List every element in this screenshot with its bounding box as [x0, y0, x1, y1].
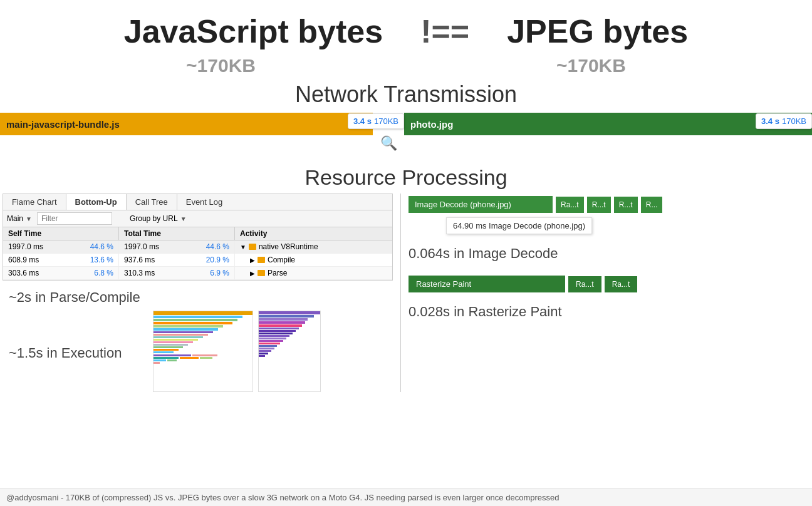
flame-charts [153, 311, 321, 392]
flame-chart-1 [153, 311, 253, 392]
image-decode-label: 0.064s in Image Decode [409, 245, 807, 262]
cell-activity-1: ▼ native V8Runtime [235, 240, 392, 253]
rasterize-paint-label: 0.028s in Rasterize Paint [409, 304, 807, 320]
folder-icon-2 [258, 257, 265, 263]
table-row: 608.9 ms 13.6 % 937.6 ms 20.9 % ▶ Compil… [3, 254, 392, 267]
footer: @addyosmani - 170KB of (compressed) JS v… [0, 488, 812, 506]
cell-total-2: 937.6 ms 20.9 % [119, 254, 235, 266]
expand-icon-1[interactable]: ▼ [240, 244, 246, 250]
folder-icon-1 [249, 244, 256, 250]
image-decode-bars: Image Decode (phone.jpg) Ra...t R...t R.… [409, 196, 807, 213]
parse-compile-label: ~2s in Parse/Compile [9, 289, 393, 306]
decode-bar-sm1: Ra...t [556, 197, 584, 213]
jpg-time: 3.4 s [761, 116, 779, 126]
vertical-divider [400, 194, 401, 392]
col-headers: Self Time Total Time Activity [3, 227, 392, 240]
devtools-toolbar: Main ▼ Group by URL ▼ [3, 210, 392, 227]
jpg-size-badge: 170KB [782, 116, 806, 126]
cell-activity-2: ▶ Compile [235, 254, 392, 266]
main-selector-wrapper: Main ▼ [7, 214, 32, 223]
js-size: ~170KB [186, 55, 256, 76]
rasterize-bar-row: Rasterize Paint Ra...t Ra...t [409, 276, 807, 292]
col-total-header: Total Time [119, 227, 235, 240]
group-by-label: Group by URL [130, 214, 178, 223]
network-label: Network Transmission [0, 81, 812, 108]
decode-tooltip: 64.90 ms Image Decode (phone.jpg) [446, 217, 592, 234]
main-dropdown-icon[interactable]: ▼ [26, 215, 32, 222]
filter-input[interactable] [37, 212, 112, 225]
js-label: JavaScript bytes [124, 13, 383, 50]
cell-self-1: 1997.0 ms 44.6 % [3, 240, 119, 253]
js-bar-label: main-javascript-bundle.js [6, 119, 120, 130]
tab-bottom-up[interactable]: Bottom-Up [66, 194, 127, 210]
decode-bar-main: Image Decode (phone.jpg) [409, 196, 553, 213]
jpg-bar-label: photo.jpg [410, 119, 453, 130]
header-sizes: ~170KB ~170KB [0, 55, 812, 76]
rasterize-bar-main: Rasterize Paint [409, 276, 565, 292]
cell-total-1: 1997.0 ms 44.6 % [119, 240, 235, 253]
header-title: JavaScript bytes !== JPEG bytes [0, 0, 812, 53]
image-decode-bar-row: Image Decode (phone.jpg) Ra...t R...t R.… [409, 196, 807, 213]
tab-flame-chart[interactable]: Flame Chart [3, 194, 66, 210]
right-panel: Image Decode (phone.jpg) Ra...t R...t R.… [403, 194, 812, 392]
js-bar-badge: 3.4 s 170KB [348, 113, 404, 129]
jpg-bar-badge: 3.4 s 170KB [756, 113, 812, 129]
tab-event-log[interactable]: Event Log [177, 194, 232, 210]
js-time: 3.4 s [353, 116, 372, 126]
table-row: 303.6 ms 6.8 % 310.3 ms 6.9 % ▶ Parse [3, 267, 392, 280]
tab-call-tree[interactable]: Call Tree [127, 194, 177, 210]
group-by-wrapper: Group by URL ▼ [130, 214, 187, 223]
devtools-rows: 1997.0 ms 44.6 % 1997.0 ms 44.6 % ▼ nati… [3, 240, 392, 280]
col-self-header: Self Time [3, 227, 119, 240]
bars-section: main-javascript-bundle.js 3.4 s 170KB 🔍 … [0, 113, 812, 152]
jpeg-size: ~170KB [556, 55, 626, 76]
table-row: 1997.0 ms 44.6 % 1997.0 ms 44.6 % ▼ nati… [3, 240, 392, 254]
decode-bar-sm2: R...t [587, 197, 611, 213]
header-section: JavaScript bytes !== JPEG bytes ~170KB ~… [0, 0, 812, 108]
footer-text: @addyosmani - 170KB of (compressed) JS v… [6, 493, 559, 502]
folder-icon-3 [258, 270, 265, 276]
not-equal: !== [420, 13, 469, 50]
resource-processing-label: Resource Processing [0, 165, 812, 190]
bottom-section: Flame Chart Bottom-Up Call Tree Event Lo… [0, 194, 812, 392]
decode-bar-sm4: R... [641, 197, 663, 213]
cell-self-2: 608.9 ms 13.6 % [3, 254, 119, 266]
jpg-bar: photo.jpg 3.4 s 170KB [404, 113, 812, 135]
js-bar: main-javascript-bundle.js 3.4 s 170KB [0, 113, 373, 135]
expand-icon-2[interactable]: ▶ [250, 257, 255, 264]
col-activity-header: Activity [235, 227, 392, 240]
js-bar-container: main-javascript-bundle.js 3.4 s 170KB [0, 113, 373, 152]
cell-self-3: 303.6 ms 6.8 % [3, 267, 119, 279]
js-size-badge: 170KB [374, 116, 398, 126]
flame-chart-2 [258, 311, 321, 392]
execution-row: ~1.5s in Execution [3, 311, 393, 392]
group-by-icon[interactable]: ▼ [180, 215, 187, 222]
jpg-bar-container: photo.jpg 3.4 s 170KB [404, 113, 812, 152]
rasterize-bar-sm2: Ra...t [605, 276, 638, 292]
execution-label: ~1.5s in Execution [9, 345, 134, 361]
main-label: Main [7, 214, 23, 223]
rasterize-bar-sm1: Ra...t [568, 276, 601, 292]
devtools-tabs: Flame Chart Bottom-Up Call Tree Event Lo… [3, 194, 393, 210]
devtools-table: Main ▼ Group by URL ▼ Self Time Total Ti… [3, 210, 393, 281]
left-panel: Flame Chart Bottom-Up Call Tree Event Lo… [0, 194, 398, 392]
cell-total-3: 310.3 ms 6.9 % [119, 267, 235, 279]
cell-activity-3: ▶ Parse [235, 267, 392, 279]
decode-bar-sm3: R...t [614, 197, 638, 213]
jpeg-label: JPEG bytes [507, 13, 688, 50]
expand-icon-3[interactable]: ▶ [250, 270, 255, 277]
